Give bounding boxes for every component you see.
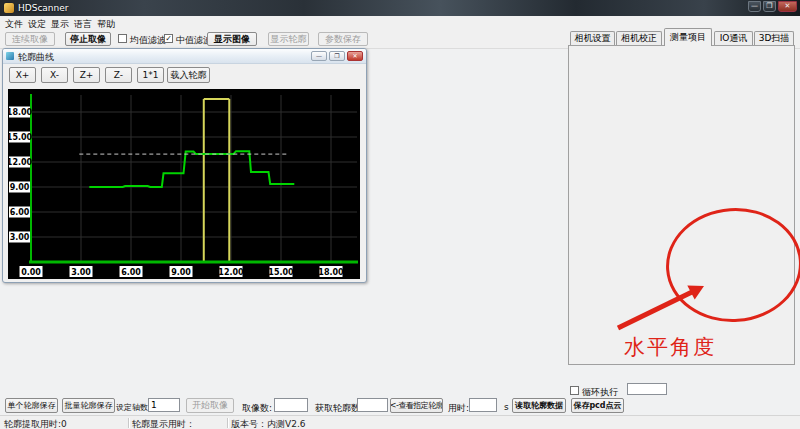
window-title: HDScanner — [18, 3, 69, 13]
median-filter-checkbox[interactable]: ✓ — [164, 34, 173, 43]
maximize-icon: ❐ — [334, 52, 339, 59]
save-single-profile-button[interactable]: 单个轮廓保存 — [5, 398, 58, 413]
axis-count-input[interactable] — [148, 398, 180, 412]
maximize-icon: ❐ — [766, 2, 772, 10]
profile-panel-icon — [6, 52, 14, 60]
minimize-button[interactable]: — — [748, 1, 761, 12]
status-bar: 轮廓提取用时:0 轮廓显示用时： 版本号：内测V2.6 — [0, 415, 800, 429]
mean-filter-label: 均值滤波 — [130, 34, 166, 47]
save-pcd-button[interactable]: 保存pcd点云 — [571, 398, 624, 413]
hdscanner-window: HDScanner — ❐ ✕ 文件 设定 显示 语言 帮助 连续取像 停止取像… — [0, 0, 800, 429]
svg-text:0.00: 0.00 — [21, 268, 41, 277]
svg-text:12.00: 12.00 — [218, 268, 244, 277]
view-profile-button[interactable]: <-查看指定轮廓 — [390, 398, 443, 413]
status-extract-time: 轮廓提取用时:0 — [4, 418, 67, 429]
show-profile-button[interactable]: 显示轮廓 — [268, 32, 309, 46]
profile-count-input[interactable] — [357, 398, 388, 412]
status-separator — [128, 418, 129, 428]
show-image-button[interactable]: 显示图像 — [207, 32, 257, 46]
panel-minimize-button[interactable]: — — [311, 51, 327, 61]
minimize-icon: — — [316, 52, 322, 59]
time-unit-label: s — [504, 402, 509, 412]
svg-text:15.00: 15.00 — [8, 133, 33, 142]
close-icon: ✕ — [785, 2, 791, 10]
svg-text:9.00: 9.00 — [10, 183, 30, 192]
status-version: 版本号：内测V2.6 — [231, 418, 305, 429]
status-separator — [227, 418, 228, 428]
zoom-reset-button[interactable]: 1*1 — [137, 67, 164, 83]
capture-count-label: 取像数: — [242, 402, 272, 415]
axis-count-label: 设定轴数 — [116, 402, 148, 413]
stop-capture-button[interactable]: 停止取像 — [65, 32, 111, 46]
time-label: 用时: — [448, 402, 469, 415]
tab-measure-items[interactable]: 测量项目 — [664, 28, 712, 46]
annotation-arrow — [608, 280, 718, 336]
svg-text:3.00: 3.00 — [71, 268, 91, 277]
tab-camera-calibration[interactable]: 相机校正 — [616, 31, 662, 45]
capture-count-input[interactable] — [274, 398, 308, 412]
svg-text:6.00: 6.00 — [121, 268, 141, 277]
start-capture-button[interactable]: 开始取像 — [186, 398, 234, 413]
time-input[interactable] — [469, 398, 497, 412]
svg-text:15.00: 15.00 — [268, 268, 294, 277]
svg-text:12.00: 12.00 — [8, 158, 33, 167]
profile-chart-svg: 3.006.009.0012.0015.0018.000.003.006.009… — [8, 89, 360, 279]
svg-text:6.00: 6.00 — [10, 208, 30, 217]
panel-maximize-button[interactable]: ❐ — [329, 51, 345, 61]
app-icon — [4, 3, 14, 13]
svg-text:18.00: 18.00 — [8, 108, 33, 117]
annotation-label: 水平角度 — [624, 333, 716, 361]
window-titlebar: HDScanner — ❐ ✕ — [0, 0, 800, 16]
minimize-icon: — — [751, 2, 758, 10]
svg-text:3.00: 3.00 — [10, 233, 30, 242]
loop-exec-input[interactable] — [627, 383, 667, 395]
close-icon: ✕ — [352, 52, 357, 59]
panel-close-button[interactable]: ✕ — [347, 51, 363, 61]
zoom-z-plus-button[interactable]: Z+ — [73, 67, 100, 83]
svg-text:18.00: 18.00 — [318, 268, 344, 277]
save-batch-profile-button[interactable]: 批量轮廓保存 — [62, 398, 115, 413]
status-display-time: 轮廓显示用时： — [132, 418, 195, 429]
mean-filter-checkbox[interactable] — [118, 34, 127, 43]
profile-count-label: 获取轮廓数 — [315, 402, 360, 415]
save-params-button[interactable]: 参数保存 — [318, 32, 368, 46]
zoom-x-plus-button[interactable]: X+ — [9, 67, 36, 83]
check-icon: ✓ — [165, 34, 172, 43]
svg-text:9.00: 9.00 — [171, 268, 191, 277]
tab-camera-settings[interactable]: 相机设置 — [570, 31, 615, 45]
zoom-x-minus-button[interactable]: X- — [41, 67, 68, 83]
profile-panel-titlebar: 轮廓曲线 — ❐ ✕ — [3, 49, 366, 64]
profile-chart: 3.006.009.0012.0015.0018.000.003.006.009… — [8, 89, 360, 279]
profile-panel-title: 轮廓曲线 — [18, 51, 54, 64]
tab-io-comm[interactable]: IO通讯 — [714, 31, 753, 45]
read-profiles-button[interactable]: 读取轮廓数据 — [512, 398, 566, 413]
loop-exec-checkbox[interactable] — [570, 386, 579, 395]
profile-curve-panel: 轮廓曲线 — ❐ ✕ X+ X- Z+ Z- 1*1 载入轮廓 3.006.00… — [2, 48, 367, 283]
load-profile-button[interactable]: 载入轮廓 — [167, 67, 210, 83]
tab-3d-scan[interactable]: 3D扫描 — [754, 31, 794, 45]
continuous-capture-button[interactable]: 连续取像 — [5, 32, 55, 46]
zoom-z-minus-button[interactable]: Z- — [105, 67, 132, 83]
close-button[interactable]: ✕ — [778, 1, 797, 12]
maximize-button[interactable]: ❐ — [763, 1, 776, 12]
